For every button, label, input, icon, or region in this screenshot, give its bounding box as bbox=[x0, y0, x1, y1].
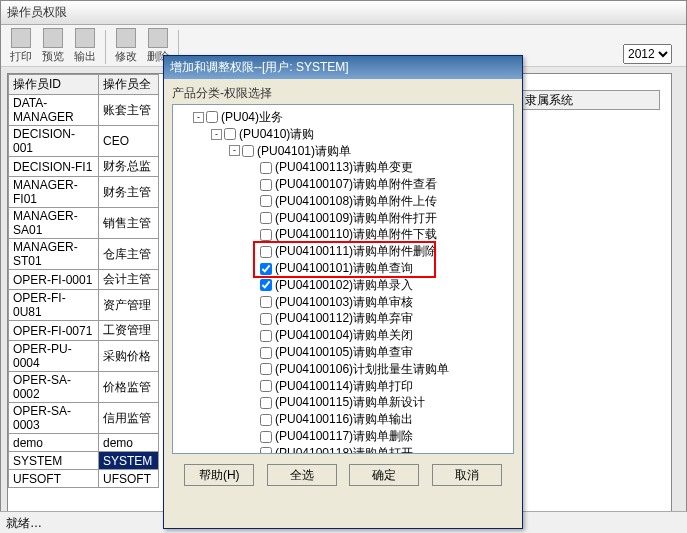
table-row[interactable]: MANAGER-SA01销售主管 bbox=[9, 208, 159, 239]
tree-label: (PU04100112)请购单弃审 bbox=[275, 310, 413, 327]
window-title: 操作员权限 bbox=[1, 1, 686, 25]
modify-button[interactable]: 修改 bbox=[110, 28, 142, 64]
table-row[interactable]: UFSOFTUFSOFT bbox=[9, 470, 159, 488]
tree-node[interactable]: (PU04100102)请购单录入 bbox=[175, 277, 511, 294]
cell-name: UFSOFT bbox=[99, 470, 159, 488]
table-row[interactable]: OPER-FI-0U81资产管理 bbox=[9, 290, 159, 321]
permission-tree[interactable]: -(PU04)业务-(PU0410)请购-(PU04101)请购单(PU0410… bbox=[172, 104, 514, 454]
tree-node[interactable]: (PU04100101)请购单查询 bbox=[175, 260, 511, 277]
cell-id: UFSOFT bbox=[9, 470, 99, 488]
cell-name: 销售主管 bbox=[99, 208, 159, 239]
tree-checkbox[interactable] bbox=[260, 414, 272, 426]
tree-node[interactable]: -(PU0410)请购 bbox=[175, 126, 511, 143]
tree-label: (PU04100118)请购单打开 bbox=[275, 445, 413, 454]
select-all-button[interactable]: 全选 bbox=[267, 464, 337, 486]
tree-node[interactable]: (PU04100103)请购单审核 bbox=[175, 294, 511, 311]
table-row[interactable]: OPER-SA-0002价格监管 bbox=[9, 372, 159, 403]
tree-checkbox[interactable] bbox=[242, 145, 254, 157]
tree-checkbox[interactable] bbox=[260, 313, 272, 325]
cell-name: 价格监管 bbox=[99, 372, 159, 403]
tree-label: (PU04100116)请购单输出 bbox=[275, 411, 413, 428]
tree-label: (PU04100106)计划批量生请购单 bbox=[275, 361, 449, 378]
table-row[interactable]: demodemo bbox=[9, 434, 159, 452]
preview-button[interactable]: 预览 bbox=[37, 28, 69, 64]
tree-checkbox[interactable] bbox=[260, 212, 272, 224]
year-select[interactable]: 2012 bbox=[623, 44, 672, 64]
tree-checkbox[interactable] bbox=[260, 263, 272, 275]
tree-node[interactable]: (PU04100118)请购单打开 bbox=[175, 445, 511, 454]
tree-label: 产品分类-权限选择 bbox=[172, 85, 514, 102]
tree-label: (PU0410)请购 bbox=[239, 126, 314, 143]
table-row[interactable]: DECISION-FI1财务总监 bbox=[9, 157, 159, 177]
tree-checkbox[interactable] bbox=[260, 179, 272, 191]
tree-label: (PU04100104)请购单关闭 bbox=[275, 327, 413, 344]
table-row[interactable]: OPER-PU-0004采购价格 bbox=[9, 341, 159, 372]
cell-id: demo bbox=[9, 434, 99, 452]
tree-checkbox[interactable] bbox=[260, 347, 272, 359]
tree-checkbox[interactable] bbox=[260, 195, 272, 207]
table-row[interactable]: DECISION-001CEO bbox=[9, 126, 159, 157]
tree-node[interactable]: (PU04100106)计划批量生请购单 bbox=[175, 361, 511, 378]
tree-checkbox[interactable] bbox=[206, 111, 218, 123]
tree-node[interactable]: (PU04100109)请购单附件打开 bbox=[175, 210, 511, 227]
cell-id: SYSTEM bbox=[9, 452, 99, 470]
tree-checkbox[interactable] bbox=[260, 447, 272, 454]
help-button[interactable]: 帮助(H) bbox=[184, 464, 254, 486]
tree-checkbox[interactable] bbox=[260, 229, 272, 241]
tree-node[interactable]: (PU04100108)请购单附件上传 bbox=[175, 193, 511, 210]
tree-label: (PU04100114)请购单打印 bbox=[275, 378, 413, 395]
tree-checkbox[interactable] bbox=[260, 279, 272, 291]
expand-icon[interactable]: - bbox=[193, 112, 204, 123]
col-id[interactable]: 操作员ID bbox=[9, 75, 99, 95]
tree-checkbox[interactable] bbox=[260, 380, 272, 392]
table-row[interactable]: OPER-FI-0001会计主管 bbox=[9, 270, 159, 290]
tree-label: (PU04100115)请购单新设计 bbox=[275, 394, 425, 411]
tree-checkbox[interactable] bbox=[260, 363, 272, 375]
tree-checkbox[interactable] bbox=[260, 330, 272, 342]
cell-name: 资产管理 bbox=[99, 290, 159, 321]
tree-checkbox[interactable] bbox=[260, 296, 272, 308]
tree-checkbox[interactable] bbox=[260, 431, 272, 443]
tree-node[interactable]: -(PU04)业务 bbox=[175, 109, 511, 126]
tree-node[interactable]: (PU04100115)请购单新设计 bbox=[175, 395, 511, 412]
table-row[interactable]: SYSTEMSYSTEM bbox=[9, 452, 159, 470]
expand-icon[interactable]: - bbox=[211, 129, 222, 140]
tree-checkbox[interactable] bbox=[260, 162, 272, 174]
table-row[interactable]: MANAGER-ST01仓库主管 bbox=[9, 239, 159, 270]
tree-node[interactable]: (PU04100116)请购单输出 bbox=[175, 411, 511, 428]
cell-id: DATA-MANAGER bbox=[9, 95, 99, 126]
expand-icon[interactable]: - bbox=[229, 145, 240, 156]
tree-node[interactable]: (PU04100107)请购单附件查看 bbox=[175, 176, 511, 193]
cell-id: DECISION-FI1 bbox=[9, 157, 99, 177]
separator bbox=[105, 30, 106, 64]
tree-checkbox[interactable] bbox=[224, 128, 236, 140]
tree-node[interactable]: (PU04100113)请购单变更 bbox=[175, 159, 511, 176]
tree-node[interactable]: (PU04100104)请购单关闭 bbox=[175, 327, 511, 344]
tree-node[interactable]: (PU04100110)请购单附件下载 bbox=[175, 227, 511, 244]
table-row[interactable]: OPER-FI-0071工资管理 bbox=[9, 321, 159, 341]
table-row[interactable]: OPER-SA-0003信用监管 bbox=[9, 403, 159, 434]
output-icon bbox=[75, 28, 95, 48]
table-row[interactable]: MANAGER-FI01财务主管 bbox=[9, 177, 159, 208]
tree-node[interactable]: (PU04100112)请购单弃审 bbox=[175, 311, 511, 328]
output-button[interactable]: 输出 bbox=[69, 28, 101, 64]
table-row[interactable]: DATA-MANAGER账套主管 bbox=[9, 95, 159, 126]
cancel-button[interactable]: 取消 bbox=[432, 464, 502, 486]
modify-icon bbox=[116, 28, 136, 48]
permission-dialog: 增加和调整权限--[用户: SYSTEM] 产品分类-权限选择 -(PU04)业… bbox=[163, 55, 523, 529]
ok-button[interactable]: 确定 bbox=[349, 464, 419, 486]
tree-checkbox[interactable] bbox=[260, 397, 272, 409]
cell-id: DECISION-001 bbox=[9, 126, 99, 157]
tree-node[interactable]: (PU04100111)请购单附件删除 bbox=[175, 243, 511, 260]
tree-node[interactable]: (PU04100105)请购单查审 bbox=[175, 344, 511, 361]
col-sys[interactable]: 隶属系统 bbox=[520, 90, 660, 110]
cell-id: OPER-FI-0U81 bbox=[9, 290, 99, 321]
tree-label: (PU04)业务 bbox=[221, 109, 283, 126]
tree-checkbox[interactable] bbox=[260, 246, 272, 258]
tree-label: (PU04100103)请购单审核 bbox=[275, 294, 413, 311]
col-name[interactable]: 操作员全 bbox=[99, 75, 159, 95]
print-button[interactable]: 打印 bbox=[5, 28, 37, 64]
tree-node[interactable]: (PU04100114)请购单打印 bbox=[175, 378, 511, 395]
tree-node[interactable]: -(PU04101)请购单 bbox=[175, 143, 511, 160]
tree-node[interactable]: (PU04100117)请购单删除 bbox=[175, 428, 511, 445]
